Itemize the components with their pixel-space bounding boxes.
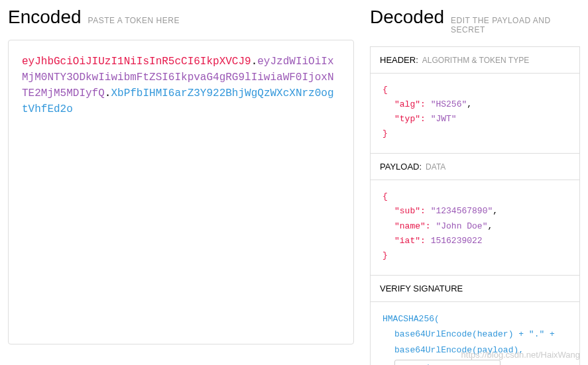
decoded-title-row: Decoded EDIT THE PAYLOAD AND SECRET [370,7,580,34]
payload-sublabel: DATA [426,162,445,172]
encoded-subtitle: PASTE A TOKEN HERE [88,16,180,25]
json-val-name: "John Doe" [436,221,487,231]
payload-json-body[interactable]: { "sub": "1234567890", "name": "John Doe… [371,180,579,274]
token-dot: . [251,56,258,68]
header-sublabel: ALGORITHM & TOKEN TYPE [422,56,529,65]
decoded-title: Decoded [370,7,444,28]
signature-section: VERIFY SIGNATURE HMACSHA256( base64UrlEn… [370,276,580,365]
header-label: HEADER: [380,55,418,65]
signature-body: HMACSHA256( base64UrlEncode(header) + ".… [371,301,579,365]
encoded-token-box[interactable]: eyJhbGciOiJIUzI1NiIsInR5cCI6IkpXVCJ9.eyJ… [8,40,354,344]
json-close-brace: } [382,250,388,260]
sig-line-header: base64UrlEncode(header) + "." + [382,327,567,342]
json-key-sub: "sub" [394,206,420,216]
sig-line-hmac: HMACSHA256( [382,311,567,327]
json-key-alg: "alg" [394,99,420,109]
header-section: HEADER: ALGORITHM & TOKEN TYPE { "alg": … [370,46,580,154]
json-val-sub: "1234567890" [431,206,493,216]
secret-input[interactable] [394,360,500,365]
json-close-brace: } [382,129,388,138]
encoded-title-row: Encoded PASTE A TOKEN HERE [8,7,354,28]
encoded-panel: Encoded PASTE A TOKEN HERE eyJhbGciOiJIU… [0,0,362,365]
token-dot: . [105,87,111,99]
json-val-iat: 1516239022 [431,236,483,246]
encoded-title: Encoded [8,7,82,28]
decoded-subtitle: EDIT THE PAYLOAD AND SECRET [451,16,580,34]
token-header-segment: eyJhbGciOiJIUzI1NiIsInR5cCI6IkpXVCJ9 [22,56,251,68]
header-section-header: HEADER: ALGORITHM & TOKEN TYPE [371,47,579,73]
json-open-brace: { [382,85,388,95]
header-json-body[interactable]: { "alg": "HS256", "typ": "JWT" } [371,73,579,153]
decoded-panel: Decoded EDIT THE PAYLOAD AND SECRET HEAD… [362,0,588,365]
json-key-typ: "typ" [394,114,420,124]
signature-label: VERIFY SIGNATURE [380,284,463,293]
json-val-alg: "HS256" [431,99,467,109]
json-open-brace: { [382,191,388,201]
json-key-name: "name" [394,221,426,231]
payload-section: PAYLOAD: DATA { "sub": "1234567890", "na… [370,154,580,275]
payload-section-header: PAYLOAD: DATA [371,154,579,180]
sig-line-payload: base64UrlEncode(payload), [382,342,567,358]
json-key-iat: "iat" [394,236,420,246]
signature-section-header: VERIFY SIGNATURE [371,276,579,301]
payload-label: PAYLOAD: [380,162,422,172]
json-val-typ: "JWT" [431,114,457,124]
